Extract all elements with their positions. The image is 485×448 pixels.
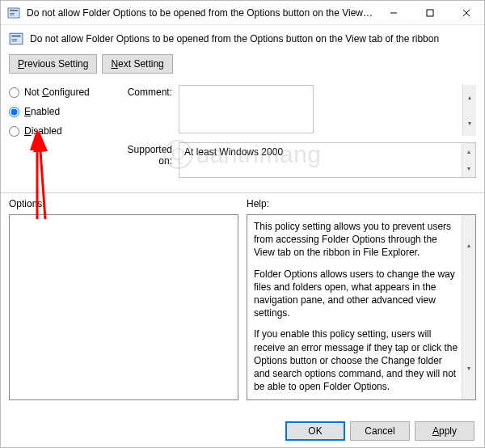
policy-icon <box>9 32 23 46</box>
scroll-up-icon[interactable]: ▴ <box>462 215 475 277</box>
supported-scrollbar[interactable]: ▴ ▾ <box>462 143 475 177</box>
help-label: Help: <box>247 198 476 209</box>
header-row: Do not allow Folder Options to be opened… <box>9 32 476 46</box>
options-pane <box>9 214 238 400</box>
help-paragraph: If you enable this policy setting, users… <box>254 328 459 393</box>
comment-input[interactable] <box>179 85 314 133</box>
scroll-up-icon[interactable]: ▴ <box>463 85 476 111</box>
radio-disabled[interactable]: Disabled <box>9 125 106 137</box>
options-label: Options: <box>9 198 238 209</box>
scroll-up-icon[interactable]: ▴ <box>462 143 475 160</box>
divider <box>1 192 484 193</box>
next-setting-button[interactable]: Next Setting <box>102 54 172 74</box>
comment-label: Comment: <box>114 85 179 136</box>
minimize-button[interactable] <box>375 1 411 25</box>
svg-rect-10 <box>11 39 17 40</box>
help-paragraph: Folder Options allows users to change th… <box>254 268 459 320</box>
scroll-down-icon[interactable]: ▾ <box>462 160 475 177</box>
maximize-button[interactable] <box>411 1 448 25</box>
supported-label: Supported on: <box>114 142 179 178</box>
close-button[interactable] <box>448 1 484 25</box>
ok-button[interactable]: OK <box>285 421 345 441</box>
apply-button[interactable]: Apply <box>415 421 474 441</box>
supported-on-value: At least Windows 2000 <box>184 146 283 158</box>
svg-rect-3 <box>10 15 15 15</box>
scroll-down-icon[interactable]: ▾ <box>463 111 476 137</box>
previous-setting-button[interactable]: Previous Setting <box>9 54 97 74</box>
radio-enabled[interactable]: Enabled <box>9 106 106 117</box>
titlebar: Do not allow Folder Options to be opened… <box>1 1 484 25</box>
help-pane: This policy setting allows you to preven… <box>247 214 476 400</box>
policy-icon <box>7 6 20 19</box>
svg-rect-1 <box>10 10 18 11</box>
svg-rect-2 <box>10 13 15 14</box>
dialog-footer: OK Cancel Apply <box>285 421 474 441</box>
header-title: Do not allow Folder Options to be opened… <box>30 33 439 44</box>
comment-scrollbar[interactable]: ▴ ▾ <box>462 85 476 136</box>
svg-rect-9 <box>11 36 20 37</box>
supported-on-box: At least Windows 2000 ▴ ▾ <box>179 142 476 178</box>
svg-rect-5 <box>427 10 433 16</box>
window-title: Do not allow Folder Options to be opened… <box>27 7 375 19</box>
svg-rect-11 <box>11 40 17 41</box>
help-paragraph: This policy setting allows you to preven… <box>254 220 459 260</box>
help-scrollbar[interactable]: ▴ ▾ <box>462 215 475 399</box>
scroll-down-icon[interactable]: ▾ <box>462 338 475 399</box>
cancel-button[interactable]: Cancel <box>350 421 410 441</box>
state-radio-group: Not Configured Enabled Disabled <box>9 85 106 184</box>
radio-not-configured[interactable]: Not Configured <box>9 87 106 98</box>
